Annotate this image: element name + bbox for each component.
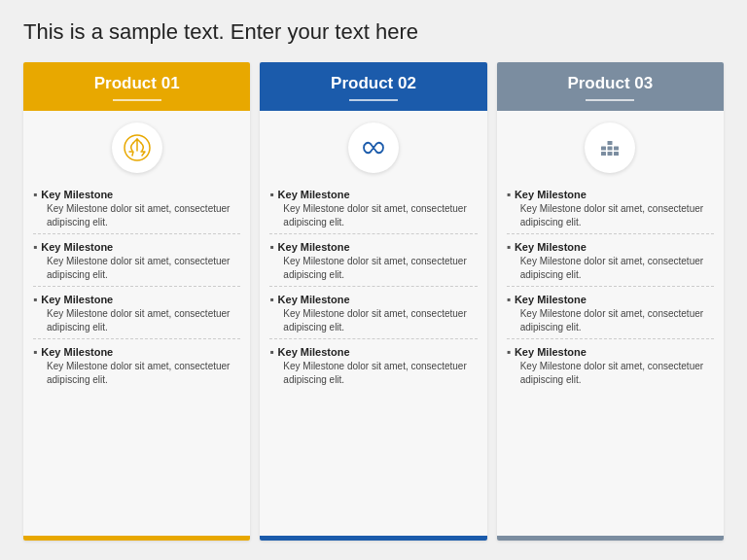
card-3-icon-wrap	[497, 111, 724, 181]
milestone-desc: Key Milestone dolor sit amet, consectetu…	[269, 307, 477, 334]
milestone-item: Key Milestone Key Milestone dolor sit am…	[269, 233, 477, 286]
milestone-title: Key Milestone	[269, 346, 477, 359]
milestone-title: Key Milestone	[507, 241, 714, 254]
milestone-item: Key Milestone Key Milestone dolor sit am…	[269, 338, 477, 391]
milestone-item: Key Milestone Key Milestone dolor sit am…	[33, 187, 240, 233]
product-card-3: Product 03 Key M	[497, 62, 724, 541]
milestone-desc: Key Milestone dolor sit amet, consectetu…	[507, 307, 714, 334]
milestone-item: Key Milestone Key Milestone dolor sit am…	[507, 286, 714, 338]
card-2-body: Key Milestone Key Milestone dolor sit am…	[260, 181, 486, 536]
milestone-desc: Key Milestone dolor sit amet, consectetu…	[269, 202, 477, 229]
milestone-desc: Key Milestone dolor sit amet, consectetu…	[269, 255, 477, 282]
milestone-desc: Key Milestone dolor sit amet, consectetu…	[33, 307, 240, 334]
milestone-title: Key Milestone	[507, 294, 714, 306]
card-1-footer-bar	[23, 536, 250, 541]
svg-rect-3	[614, 152, 619, 156]
svg-rect-6	[614, 147, 619, 151]
svg-rect-1	[601, 152, 606, 156]
milestone-title: Key Milestone	[507, 346, 714, 359]
milestone-item: Key Milestone Key Milestone dolor sit am…	[507, 338, 714, 391]
card-1-body: Key Milestone Key Milestone dolor sit am…	[23, 181, 250, 536]
milestone-item: Key Milestone Key Milestone dolor sit am…	[269, 286, 477, 338]
card-3-body: Key Milestone Key Milestone dolor sit am…	[497, 181, 724, 536]
grid-icon	[595, 133, 624, 162]
card-3-underline	[586, 99, 634, 101]
card-2-underline	[349, 99, 398, 101]
card-2-title: Product 02	[269, 74, 477, 93]
card-2-icon-circle	[348, 122, 399, 173]
recycle-icon	[123, 133, 152, 162]
card-3-title: Product 03	[507, 74, 714, 93]
milestone-title: Key Milestone	[269, 189, 477, 201]
card-1-underline	[113, 99, 161, 101]
milestone-title: Key Milestone	[507, 189, 714, 201]
card-2-footer-bar	[260, 536, 486, 541]
infinity-icon	[359, 133, 388, 162]
cards-container: Product 01 Key Milestone Key Milestone d…	[23, 62, 724, 541]
milestone-title: Key Milestone	[33, 241, 240, 254]
card-2-header: Product 02	[260, 62, 486, 111]
milestone-desc: Key Milestone dolor sit amet, consectetu…	[507, 202, 714, 229]
milestone-item: Key Milestone Key Milestone dolor sit am…	[33, 233, 240, 286]
milestone-title: Key Milestone	[269, 241, 477, 254]
card-3-icon-circle	[585, 122, 635, 173]
milestone-title: Key Milestone	[33, 346, 240, 359]
svg-rect-2	[608, 152, 613, 156]
milestone-desc: Key Milestone dolor sit amet, consectetu…	[507, 360, 714, 387]
card-1-title: Product 01	[33, 74, 240, 93]
milestone-title: Key Milestone	[33, 294, 240, 306]
milestone-desc: Key Milestone dolor sit amet, consectetu…	[269, 360, 477, 387]
svg-rect-4	[601, 147, 606, 151]
card-1-header: Product 01	[23, 62, 250, 111]
milestone-item: Key Milestone Key Milestone dolor sit am…	[33, 286, 240, 338]
milestone-item: Key Milestone Key Milestone dolor sit am…	[269, 187, 477, 233]
milestone-desc: Key Milestone dolor sit amet, consectetu…	[507, 255, 714, 282]
page-title: This is a sample text. Enter your text h…	[23, 19, 724, 45]
svg-rect-5	[608, 147, 613, 151]
card-1-icon-circle	[112, 122, 162, 173]
card-2-icon-wrap	[260, 111, 486, 181]
card-1-icon-wrap	[23, 111, 250, 181]
milestone-desc: Key Milestone dolor sit amet, consectetu…	[33, 255, 240, 282]
milestone-title: Key Milestone	[33, 189, 240, 201]
product-card-2: Product 02 Key Milestone Key Milestone d…	[260, 62, 486, 541]
milestone-item: Key Milestone Key Milestone dolor sit am…	[507, 233, 714, 286]
product-card-1: Product 01 Key Milestone Key Milestone d…	[23, 62, 250, 541]
milestone-item: Key Milestone Key Milestone dolor sit am…	[507, 187, 714, 233]
milestone-desc: Key Milestone dolor sit amet, consectetu…	[33, 202, 240, 229]
milestone-desc: Key Milestone dolor sit amet, consectetu…	[33, 360, 240, 387]
card-3-footer-bar	[497, 536, 724, 541]
milestone-item: Key Milestone Key Milestone dolor sit am…	[33, 338, 240, 391]
milestone-title: Key Milestone	[269, 294, 477, 306]
svg-rect-7	[608, 141, 613, 145]
card-3-header: Product 03	[497, 62, 724, 111]
